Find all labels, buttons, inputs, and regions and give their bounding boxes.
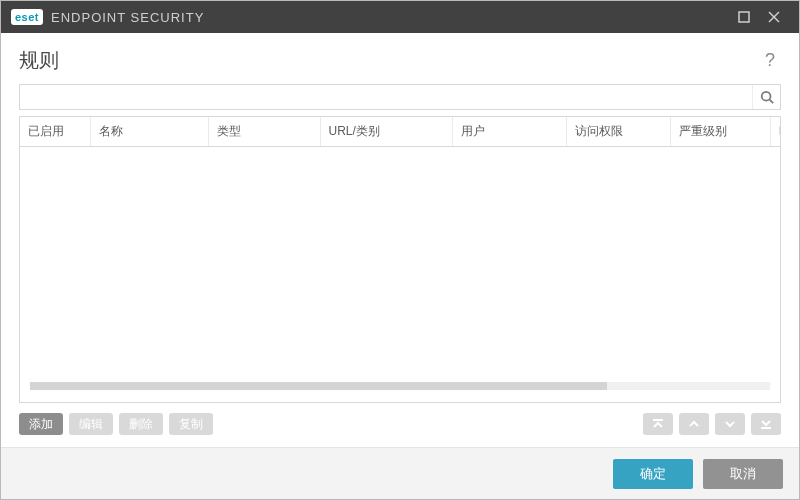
window-maximize-button[interactable] — [729, 5, 759, 29]
move-top-button — [643, 413, 673, 435]
chevron-down-icon — [723, 417, 737, 431]
window-close-button[interactable] — [759, 5, 789, 29]
copy-button: 复制 — [169, 413, 213, 435]
svg-point-3 — [761, 92, 770, 101]
search-button[interactable] — [752, 85, 780, 109]
titlebar: eset ENDPOINT SECURITY — [1, 1, 799, 33]
product-name: ENDPOINT SECURITY — [51, 10, 204, 25]
move-down-button — [715, 413, 745, 435]
col-more[interactable]: 时 — [770, 117, 781, 147]
close-icon — [768, 11, 780, 23]
chevron-top-icon — [651, 417, 665, 431]
col-url[interactable]: URL/类别 — [320, 117, 452, 147]
ok-button[interactable]: 确定 — [613, 459, 693, 489]
edit-button: 编辑 — [69, 413, 113, 435]
help-button[interactable]: ? — [759, 50, 781, 71]
delete-button: 删除 — [119, 413, 163, 435]
search-icon — [760, 90, 774, 104]
search-input[interactable] — [20, 85, 752, 109]
svg-line-4 — [769, 100, 773, 104]
scrollbar-thumb[interactable] — [30, 382, 607, 390]
chevron-up-icon — [687, 417, 701, 431]
table-header-row: 已启用 名称 类型 URL/类别 用户 访问权限 严重级别 时 — [20, 117, 781, 147]
cancel-button[interactable]: 取消 — [703, 459, 783, 489]
chevron-bottom-icon — [759, 417, 773, 431]
logo-badge: eset — [11, 9, 43, 25]
search-row — [19, 84, 781, 110]
move-up-button — [679, 413, 709, 435]
rules-table: 已启用 名称 类型 URL/类别 用户 访问权限 严重级别 时 — [20, 117, 781, 147]
col-enabled[interactable]: 已启用 — [20, 117, 90, 147]
maximize-icon — [738, 11, 750, 23]
toolbar: 添加 编辑 删除 复制 — [1, 403, 799, 447]
page-title: 规则 — [19, 47, 759, 74]
col-access[interactable]: 访问权限 — [566, 117, 670, 147]
col-severity[interactable]: 严重级别 — [670, 117, 770, 147]
header: 规则 ? — [1, 33, 799, 84]
col-type[interactable]: 类型 — [208, 117, 320, 147]
move-bottom-button — [751, 413, 781, 435]
add-button[interactable]: 添加 — [19, 413, 63, 435]
window: eset ENDPOINT SECURITY 规则 ? — [0, 0, 800, 500]
horizontal-scrollbar[interactable] — [30, 382, 770, 390]
rules-table-wrap: 已启用 名称 类型 URL/类别 用户 访问权限 严重级别 时 — [19, 116, 781, 403]
col-user[interactable]: 用户 — [452, 117, 566, 147]
col-name[interactable]: 名称 — [90, 117, 208, 147]
footer: 确定 取消 — [1, 447, 799, 499]
content: 已启用 名称 类型 URL/类别 用户 访问权限 严重级别 时 — [1, 84, 799, 403]
svg-rect-0 — [739, 12, 749, 22]
